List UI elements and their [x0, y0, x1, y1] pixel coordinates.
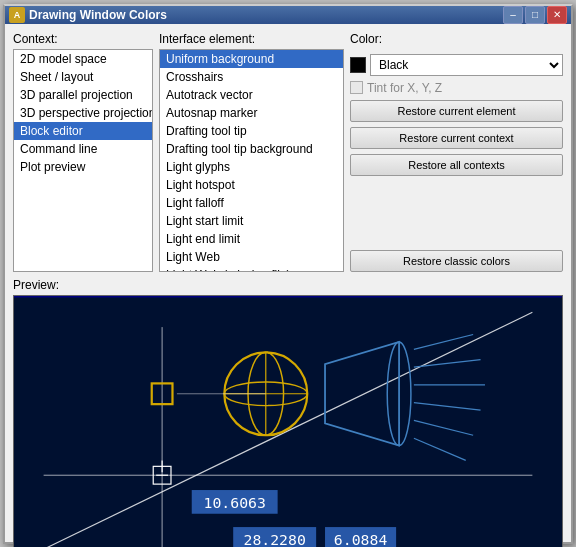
preview-canvas: 10.6063 28.2280 6.0884	[13, 295, 563, 548]
title-bar-left: A Drawing Window Colors	[9, 7, 167, 23]
restore-all-button[interactable]: Restore all contexts	[350, 154, 563, 176]
context-label: Context:	[13, 32, 153, 46]
interface-item-light-start[interactable]: Light start limit	[160, 212, 343, 230]
context-item-block-editor[interactable]: Block editor	[14, 122, 152, 140]
interface-label: Interface element:	[159, 32, 344, 46]
svg-text:6.0884: 6.0884	[334, 530, 388, 547]
interface-item-drafting-tip[interactable]: Drafting tool tip	[160, 122, 343, 140]
interface-item-autotrack[interactable]: Autotrack vector	[160, 86, 343, 104]
main-window: A Drawing Window Colors – □ ✕ Context: 2…	[3, 4, 573, 544]
interface-list[interactable]: Uniform background Crosshairs Autotrack …	[159, 49, 344, 272]
svg-text:28.2280: 28.2280	[243, 530, 305, 547]
context-list[interactable]: 2D model space Sheet / layout 3D paralle…	[13, 49, 153, 272]
interface-item-drafting-tip-bg[interactable]: Drafting tool tip background	[160, 140, 343, 158]
interface-panel: Interface element: Uniform background Cr…	[159, 32, 344, 272]
interface-item-light-hotspot[interactable]: Light hotspot	[160, 176, 343, 194]
interface-item-uniform-bg[interactable]: Uniform background	[160, 50, 343, 68]
color-label: Color:	[350, 32, 563, 46]
context-item-plot-preview[interactable]: Plot preview	[14, 158, 152, 176]
color-swatch	[350, 57, 366, 73]
color-dropdown[interactable]: Black White Red	[370, 54, 563, 76]
tint-label: Tint for X, Y, Z	[367, 81, 442, 95]
interface-item-light-end[interactable]: Light end limit	[160, 230, 343, 248]
window-title: Drawing Window Colors	[29, 8, 167, 22]
color-selector-row: Black White Red	[350, 54, 563, 76]
preview-svg: 10.6063 28.2280 6.0884	[14, 296, 562, 548]
preview-section: Preview:	[13, 278, 563, 548]
interface-item-light-glyphs[interactable]: Light glyphs	[160, 158, 343, 176]
context-item-3d-perspective[interactable]: 3D perspective projection	[14, 104, 152, 122]
interface-item-crosshairs[interactable]: Crosshairs	[160, 68, 343, 86]
context-item-3d-parallel[interactable]: 3D parallel projection	[14, 86, 152, 104]
svg-text:10.6063: 10.6063	[204, 493, 266, 510]
close-button[interactable]: ✕	[547, 6, 567, 24]
context-item-sheet-layout[interactable]: Sheet / layout	[14, 68, 152, 86]
context-item-2d-model[interactable]: 2D model space	[14, 50, 152, 68]
minimize-button[interactable]: –	[503, 6, 523, 24]
content-area: Context: 2D model space Sheet / layout 3…	[5, 24, 571, 548]
title-controls: – □ ✕	[503, 6, 567, 24]
tint-row: Tint for X, Y, Z	[350, 81, 563, 95]
restore-element-button[interactable]: Restore current element	[350, 100, 563, 122]
restore-context-button[interactable]: Restore current context	[350, 127, 563, 149]
interface-item-light-falloff[interactable]: Light falloff	[160, 194, 343, 212]
maximize-button[interactable]: □	[525, 6, 545, 24]
interface-item-light-web[interactable]: Light Web	[160, 248, 343, 266]
app-icon: A	[9, 7, 25, 23]
title-bar: A Drawing Window Colors – □ ✕	[5, 6, 571, 24]
preview-label: Preview:	[13, 278, 563, 292]
context-item-command-line[interactable]: Command line	[14, 140, 152, 158]
interface-item-light-web-missing[interactable]: Light Web (missing file)	[160, 266, 343, 272]
svg-rect-0	[14, 297, 562, 547]
top-section: Context: 2D model space Sheet / layout 3…	[13, 32, 563, 272]
tint-checkbox[interactable]	[350, 81, 363, 94]
color-panel: Color: Black White Red Tint for X, Y, Z	[350, 32, 563, 272]
interface-item-autosnap[interactable]: Autosnap marker	[160, 104, 343, 122]
restore-classic-button[interactable]: Restore classic colors	[350, 250, 563, 272]
context-panel: Context: 2D model space Sheet / layout 3…	[13, 32, 153, 272]
